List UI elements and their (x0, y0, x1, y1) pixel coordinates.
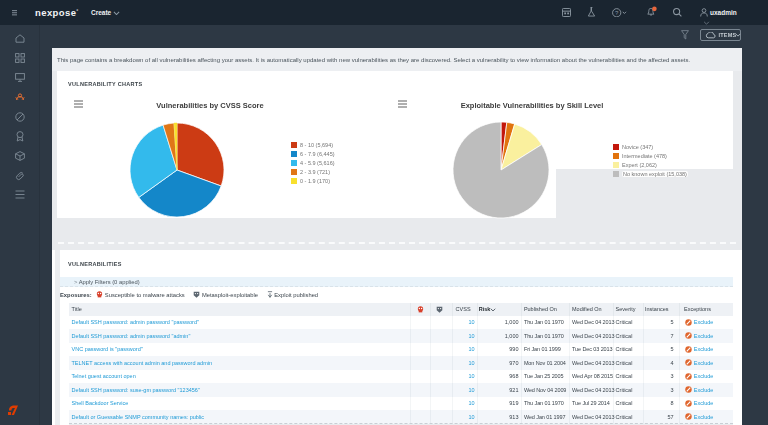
svg-text:?: ? (615, 8, 619, 15)
